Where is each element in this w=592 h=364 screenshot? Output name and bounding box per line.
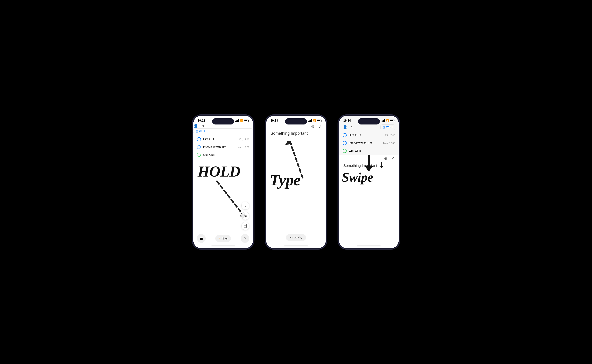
task-item[interactable]: Hire CTO... Fri, 17:40 — [193, 135, 253, 143]
battery-icon — [390, 120, 394, 122]
status-icons: 📶 — [308, 119, 321, 122]
toolbar: 👤 ↻ ▦ Week — [193, 124, 253, 134]
dynamic-island — [212, 118, 234, 124]
phone-swipe: 19:14 📶 👤 — [338, 115, 400, 249]
type-instruction-area: Type — [270, 172, 322, 188]
home-indicator — [211, 246, 235, 247]
task-item[interactable]: Golf Club — [193, 151, 253, 159]
wifi-icon: 📶 — [386, 119, 389, 122]
note-toolbar: ⚙ ✓ — [266, 124, 326, 130]
refresh-icon[interactable]: ↻ — [351, 125, 353, 130]
fab-document[interactable] — [241, 222, 249, 230]
status-time: 19:13 — [271, 119, 278, 122]
task-item[interactable]: Hire CTO... Fri, 17:40 — [339, 131, 399, 139]
list-button[interactable]: ☰ — [197, 234, 206, 243]
phone-screen-swipe: 19:14 📶 👤 — [339, 116, 399, 248]
fab-circle[interactable]: ○ — [241, 202, 249, 210]
gear-icon[interactable]: ⚙ — [311, 124, 315, 129]
task-list: Hire CTO... Fri, 17:40 Interview with Ti… — [193, 134, 253, 160]
swipe-down-arrow-big-svg — [362, 155, 376, 173]
home-indicator — [284, 246, 308, 247]
swipe-top-area: 👤 ↻ ▦ Week Hire CTO... F — [339, 124, 399, 155]
task-circle-blue — [197, 137, 201, 141]
task-circle-green — [343, 149, 347, 153]
calendar-icon: ▦ — [196, 130, 198, 133]
person-icon[interactable]: 👤 — [343, 125, 347, 130]
status-time: 19:12 — [198, 119, 205, 122]
task-circle-blue — [343, 141, 347, 145]
refresh-icon[interactable]: ↻ — [201, 124, 204, 128]
close-button[interactable]: ✕ — [241, 234, 249, 243]
dynamic-island — [285, 118, 307, 124]
battery-icon — [317, 120, 321, 122]
status-time: 19:14 — [343, 119, 351, 122]
svg-line-0 — [217, 181, 242, 214]
swipe-task-list: Hire CTO... Fri, 17:40 Interview with Ti… — [339, 131, 399, 155]
gear-icon[interactable]: ⚙ — [384, 156, 387, 161]
home-indicator — [357, 246, 381, 247]
no-goal-label: No Goal ◇ — [289, 236, 302, 239]
fab-group: ○ ◎ — [241, 202, 249, 230]
filter-button[interactable]: ≡ Filter — [215, 235, 231, 242]
task-circle-blue — [343, 133, 347, 137]
filter-label: Filter — [222, 237, 228, 240]
week-button[interactable]: ▦ Week — [380, 124, 395, 130]
signal-bars-icon — [308, 119, 312, 122]
phone-hold: 19:12 📶 👤 ↻ — [192, 115, 254, 249]
status-icons: 📶 — [235, 119, 249, 122]
task-circle-green — [197, 153, 201, 157]
check-icon[interactable]: ✓ — [318, 124, 321, 129]
type-text: Type — [270, 172, 322, 188]
week-button[interactable]: ▦ Week — [193, 129, 253, 134]
wifi-icon: 📶 — [240, 119, 243, 122]
check-icon[interactable]: ✓ — [391, 156, 394, 161]
task-item[interactable]: Interview with Tim Mon, 12:00 — [193, 143, 253, 151]
swipe-note-area: ⚙ ✓ Something Important Swipe — [339, 155, 399, 184]
bottom-bar: ☰ ≡ Filter ✕ — [193, 234, 253, 243]
task-item[interactable]: Golf Club — [339, 147, 399, 155]
svg-marker-9 — [380, 166, 384, 168]
battery-icon — [244, 120, 249, 122]
signal-bars-icon — [381, 119, 385, 122]
no-goal-button[interactable]: No Goal ◇ — [286, 234, 306, 241]
filter-icon: ≡ — [219, 237, 220, 240]
phone-type: 19:13 📶 ⚙ ✓ Something Impor — [265, 115, 327, 249]
scene: 19:12 📶 👤 ↻ — [185, 107, 407, 257]
hold-text: HOLD — [198, 164, 249, 179]
swipe-down-arrow-small-svg — [379, 162, 385, 169]
dynamic-island — [358, 118, 380, 124]
hold-instruction-area: HOLD — [193, 164, 253, 179]
signal-bars-icon — [235, 119, 239, 122]
swipe-toolbar: 👤 ↻ ▦ Week — [339, 124, 399, 131]
phone-screen-hold: 19:12 📶 👤 ↻ — [193, 116, 253, 248]
svg-marker-11 — [364, 166, 373, 171]
task-item[interactable]: Interview with Tim Mon, 12:00 — [339, 139, 399, 147]
wifi-icon: 📶 — [313, 119, 316, 122]
phone-screen-type: 19:13 📶 ⚙ ✓ Something Impor — [266, 116, 326, 248]
task-circle-blue — [197, 145, 201, 149]
status-icons: 📶 — [381, 119, 394, 122]
person-icon[interactable]: 👤 — [193, 124, 198, 129]
calendar-icon: ▦ — [383, 126, 385, 129]
fab-target[interactable]: ◎ — [241, 212, 249, 220]
